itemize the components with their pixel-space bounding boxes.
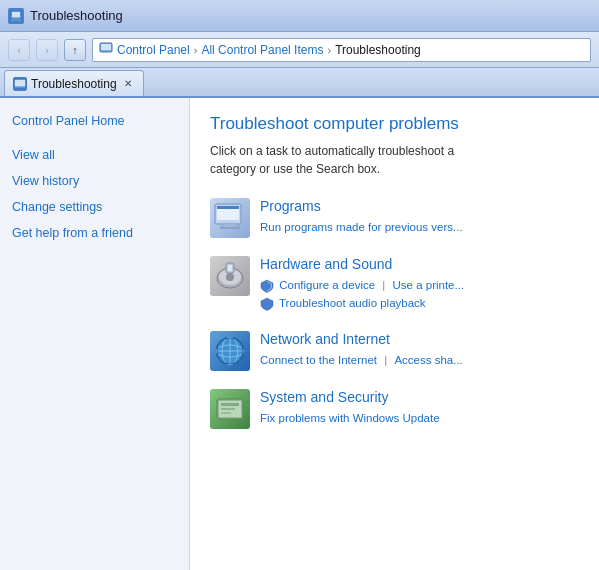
programs-link-1[interactable]: Run programs made for previous vers... [260,221,463,233]
sidebar-get-help[interactable]: Get help from a friend [12,226,177,240]
content-area: Troubleshoot computer problems Click on … [190,98,599,570]
up-icon: ↑ [72,44,78,56]
tab-label: Troubleshooting [31,77,117,91]
path-sep-1: › [194,44,198,56]
programs-links: Run programs made for previous vers... [260,218,579,236]
page-title: Troubleshoot computer problems [210,114,579,134]
svg-rect-27 [221,412,231,414]
main-content: Control Panel Home View all View history… [0,98,599,570]
tab-close-button[interactable]: ✕ [121,77,135,91]
path-sep-2: › [327,44,331,56]
security-title[interactable]: System and Security [260,389,579,405]
svg-rect-26 [221,408,235,410]
svg-rect-6 [15,80,25,86]
category-security: System and Security Fix problems with Wi… [210,389,579,429]
security-icon [210,389,250,429]
up-button[interactable]: ↑ [64,39,86,61]
category-hardware: Hardware and Sound Configure a device | … [210,256,579,313]
sidebar-view-history[interactable]: View history [12,174,177,188]
network-sep: | [384,354,390,366]
page-description: Click on a task to automatically trouble… [210,142,579,178]
tab-bar: Troubleshooting ✕ [0,68,599,98]
back-button[interactable]: ‹ [8,39,30,61]
hardware-links: Configure a device | Use a printe... Tro… [260,276,579,313]
hardware-icon [210,256,250,296]
hardware-sep-1: | [382,279,388,291]
sidebar: Control Panel Home View all View history… [0,98,190,570]
network-icon [210,331,250,371]
hardware-audio-link[interactable]: Troubleshoot audio playback [279,297,426,309]
programs-icon [210,198,250,238]
network-links: Connect to the Internet | Access sha... [260,351,579,369]
svg-rect-11 [224,224,236,227]
network-connect-link[interactable]: Connect to the Internet [260,354,377,366]
address-bar: ‹ › ↑ Control Panel › All Control Panel … [0,32,599,68]
hardware-configure-link[interactable]: Configure a device [279,279,375,291]
window-icon [8,8,24,24]
address-path[interactable]: Control Panel › All Control Panel Items … [92,38,591,62]
svg-rect-4 [101,44,111,50]
shield-icon-1 [260,279,274,293]
forward-button[interactable]: › [36,39,58,61]
svg-rect-16 [228,265,232,271]
security-info: System and Security Fix problems with Wi… [260,389,579,427]
tab-icon [13,77,27,91]
path-segment-2: All Control Panel Items [201,43,323,57]
path-segment-3: Troubleshooting [335,43,421,57]
hardware-printer-link[interactable]: Use a printe... [393,279,465,291]
security-links: Fix problems with Windows Update [260,409,579,427]
category-programs: Programs Run programs made for previous … [210,198,579,238]
network-info: Network and Internet Connect to the Inte… [260,331,579,369]
sidebar-change-settings[interactable]: Change settings [12,200,177,214]
address-icon [99,41,113,58]
back-icon: ‹ [17,44,21,56]
svg-rect-2 [11,19,21,21]
window-title: Troubleshooting [30,8,123,23]
forward-icon: › [45,44,49,56]
hardware-info: Hardware and Sound Configure a device | … [260,256,579,313]
svg-rect-9 [217,206,239,209]
sidebar-home-link[interactable]: Control Panel Home [12,114,177,128]
svg-rect-1 [12,12,20,17]
programs-info: Programs Run programs made for previous … [260,198,579,236]
security-update-link[interactable]: Fix problems with Windows Update [260,412,440,424]
path-segment-1: Control Panel [117,43,190,57]
network-access-link[interactable]: Access sha... [394,354,462,366]
category-network: Network and Internet Connect to the Inte… [210,331,579,371]
active-tab[interactable]: Troubleshooting ✕ [4,70,144,96]
network-title[interactable]: Network and Internet [260,331,579,347]
programs-title[interactable]: Programs [260,198,579,214]
title-bar: Troubleshooting [0,0,599,32]
hardware-title[interactable]: Hardware and Sound [260,256,579,272]
shield-icon-2 [260,297,274,311]
svg-point-14 [226,273,234,281]
sidebar-view-all[interactable]: View all [12,148,177,162]
svg-rect-25 [221,403,239,406]
